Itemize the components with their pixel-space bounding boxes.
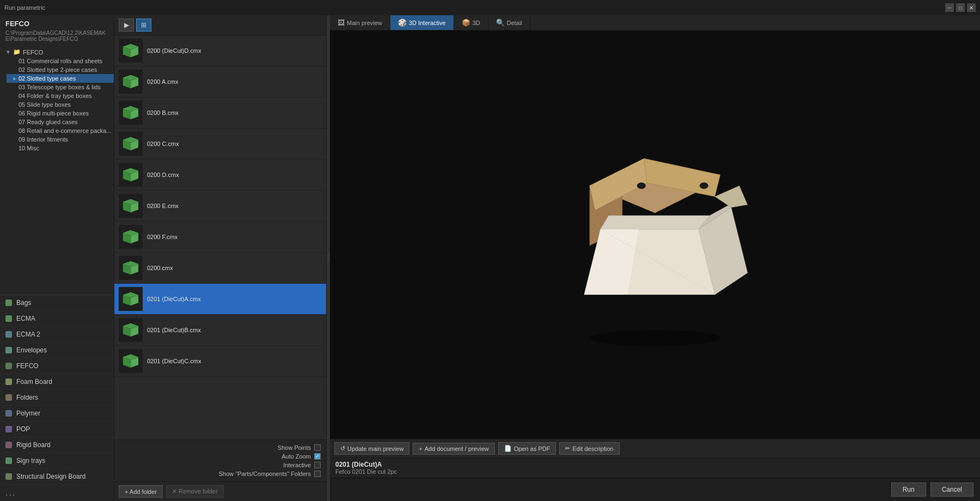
tree-child-item-03[interactable]: 03 Telescope type boxes & lids	[7, 83, 114, 91]
options-panel: Show Points Auto Zoom Interactive Show "…	[114, 439, 326, 481]
tree-root-item[interactable]: ▼ 📁 FEFCO	[0, 47, 114, 57]
category-item-polymer[interactable]: Polymer	[0, 406, 114, 421]
category-label: Polymer	[16, 410, 40, 417]
file-thumb	[119, 318, 143, 342]
tab-label-3di: 3D Interactive	[409, 20, 446, 26]
tab-3di[interactable]: 🎲 3D Interactive	[390, 15, 454, 30]
category-label: FEFCO	[16, 362, 39, 370]
category-label: Sign trays	[16, 457, 45, 465]
file-name: 0201 (DieCut)A.cmx	[147, 296, 201, 302]
sidebar-tree: ▼ 📁 FEFCO 01 Commercial rolls and sheets…	[0, 45, 114, 295]
preview-action-edit[interactable]: ✏ Edit description	[559, 442, 619, 455]
file-item-10[interactable]: 0201 (DieCut)B.cmx	[114, 315, 326, 346]
tree-child-item-04[interactable]: 04 Folder & tray type boxes	[7, 91, 114, 100]
preview-action-pdf[interactable]: 📄 Open as PDF	[498, 442, 556, 455]
interactive-checkbox[interactable]	[314, 462, 321, 468]
preview-area[interactable]	[330, 30, 980, 439]
tree-child-item-02s[interactable]: 02 Slotted type 2-piece cases	[7, 65, 114, 74]
svg-point-70	[700, 182, 708, 189]
category-label: POP	[16, 425, 30, 433]
tree-child-label: 03 Telescope type boxes & lids	[19, 84, 101, 90]
play-button[interactable]: ▶	[119, 19, 134, 32]
category-item-ecma[interactable]: ECMA	[0, 311, 114, 327]
preview-action-update[interactable]: ↺ Update main preview	[334, 442, 409, 455]
file-name: 0200 F.cmx	[147, 234, 177, 240]
file-thumb	[119, 287, 143, 311]
category-label: Envelopes	[16, 346, 47, 354]
preview-action-add[interactable]: + Add document / preview	[413, 443, 494, 455]
tree-child-label: 09 Interior fitments	[19, 136, 68, 143]
tree-child-label: 07 Ready glued cases	[19, 119, 78, 125]
middle-toolbar: ▶ ⊞	[114, 15, 326, 35]
cancel-button[interactable]: Cancel	[930, 482, 973, 497]
file-thumb	[119, 256, 143, 280]
auto-zoom-label: Auto Zoom	[281, 453, 311, 460]
tree-child-item-09[interactable]: 09 Interior fitments	[7, 135, 114, 144]
file-thumb	[119, 225, 143, 249]
tab-detail[interactable]: 🔍 Detail	[488, 15, 530, 30]
category-label: Structural Design Board	[16, 473, 85, 480]
file-item-9[interactable]: 0201 (DieCut)A.cmx	[114, 284, 326, 315]
tree-child-item-02[interactable]: 02 Slotted type cases	[7, 74, 114, 83]
file-thumb	[119, 101, 143, 125]
tree-child-item-10[interactable]: 10 Misc	[7, 144, 114, 152]
show-points-checkbox[interactable]	[314, 444, 321, 451]
category-item-fefco[interactable]: FEFCO	[0, 358, 114, 374]
middle-footer: + Add folder ✕ Remove folder	[114, 481, 326, 501]
file-name: 0200.cmx	[147, 265, 173, 271]
tree-child-label: 04 Folder & tray type boxes	[19, 93, 92, 99]
tab-3d[interactable]: 📦 3D	[454, 15, 488, 30]
title-text: Run parametric	[4, 4, 45, 11]
file-thumb	[119, 39, 143, 63]
tree-child-item-01[interactable]: 01 Commercial rolls and sheets	[7, 57, 114, 65]
file-item-11[interactable]: 0201 (DieCut)C.cmx	[114, 346, 326, 377]
grid-button[interactable]: ⊞	[136, 19, 151, 32]
tree-child-item-06[interactable]: 06 Rigid multi-piece boxes	[7, 109, 114, 118]
category-item-folders[interactable]: Folders	[0, 390, 114, 406]
category-item-sign-trays[interactable]: Sign trays	[0, 453, 114, 469]
remove-folder-button[interactable]: ✕ Remove folder	[166, 485, 224, 498]
category-dot	[5, 363, 12, 369]
more-button[interactable]: ...	[0, 485, 114, 501]
file-item-8[interactable]: 0200.cmx	[114, 253, 326, 284]
file-item-6[interactable]: 0200 E.cmx	[114, 191, 326, 222]
category-dot	[5, 378, 12, 385]
middle-panel: ▶ ⊞ 0200 (DieCut)D.cmx	[114, 15, 327, 501]
file-item-1[interactable]: 0200 (DieCut)D.cmx	[114, 35, 326, 66]
tree-root: ▼ 📁 FEFCO 01 Commercial rolls and sheets…	[0, 45, 114, 155]
right-panel: 🖼 Main preview 🎲 3D Interactive 📦 3D 🔍 D…	[330, 15, 980, 501]
file-item-7[interactable]: 0200 F.cmx	[114, 222, 326, 253]
file-name: 0200 A.cmx	[147, 78, 178, 85]
close-button[interactable]: ✕	[967, 3, 976, 12]
category-item-foam-board[interactable]: Foam Board	[0, 374, 114, 390]
add-folder-button[interactable]: + Add folder	[119, 485, 163, 498]
action-icon-pdf: 📄	[504, 445, 512, 452]
tab-icon-detail: 🔍	[496, 19, 505, 27]
tab-main[interactable]: 🖼 Main preview	[330, 15, 390, 30]
maximize-button[interactable]: □	[956, 3, 965, 12]
3d-box-preview	[546, 120, 764, 349]
tree-bullet	[11, 76, 19, 81]
show-parts-checkbox[interactable]	[314, 471, 321, 477]
sidebar-header: FEFCO	[0, 15, 114, 30]
category-item-structural-design-board[interactable]: Structural Design Board	[0, 469, 114, 485]
file-item-2[interactable]: 0200 A.cmx	[114, 66, 326, 97]
main-layout: FEFCO C:\ProgramData\AGCAD\12.2\KASEMAKE…	[0, 15, 980, 501]
auto-zoom-checkbox[interactable]	[314, 453, 321, 460]
action-label-add: Add document / preview	[425, 445, 489, 452]
file-item-3[interactable]: 0200 B.cmx	[114, 97, 326, 129]
category-item-envelopes[interactable]: Envelopes	[0, 343, 114, 358]
file-item-4[interactable]: 0200 C.cmx	[114, 129, 326, 160]
file-item-5[interactable]: 0200 D.cmx	[114, 160, 326, 191]
minimize-button[interactable]: ─	[945, 3, 954, 12]
category-item-ecma-2[interactable]: ECMA 2	[0, 327, 114, 343]
tree-child-item-07[interactable]: 07 Ready glued cases	[7, 118, 114, 126]
category-item-rigid-board[interactable]: Rigid Board	[0, 437, 114, 453]
category-item-bags[interactable]: Bags	[0, 295, 114, 311]
tree-child-item-08[interactable]: 08 Retail and e-commerce packa...	[7, 126, 114, 135]
category-label: ECMA 2	[16, 331, 40, 338]
tree-child-item-05[interactable]: 05 Slide type boxes	[7, 100, 114, 109]
category-item-pop[interactable]: POP	[0, 421, 114, 437]
run-button[interactable]: Run	[891, 482, 926, 497]
tree-child-label: 02 Slotted type cases	[19, 75, 76, 82]
